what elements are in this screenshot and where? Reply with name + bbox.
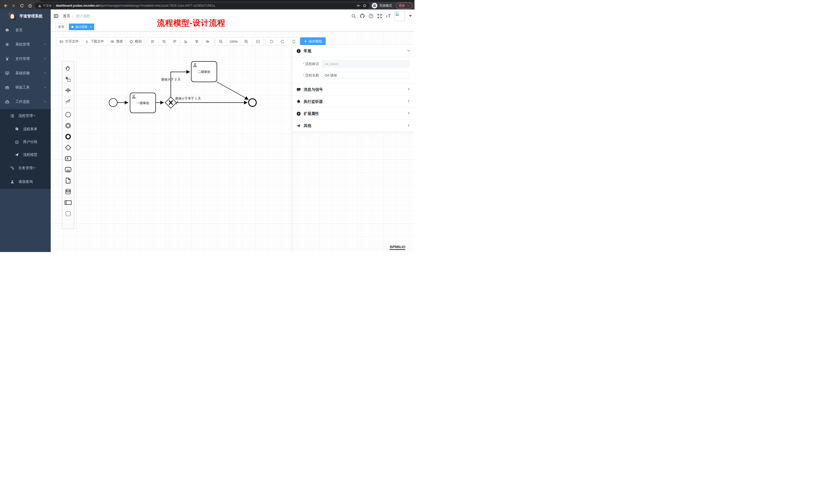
section-message-signal[interactable]: 消息与信号: [292, 84, 414, 96]
user-task-level2[interactable]: 二级审批: [191, 62, 217, 82]
url-text[interactable]: dashboard.yudao.iocoder.cn/bpm/manager/m…: [56, 4, 355, 7]
chevron-right-icon: [407, 99, 410, 104]
key-icon[interactable]: [357, 4, 361, 8]
section-title: 扩展属性: [304, 111, 404, 116]
section-title: 执行监听器: [304, 99, 404, 104]
section-execution-listener[interactable]: 执行监听器: [292, 96, 414, 108]
create-subprocess[interactable]: [62, 164, 74, 175]
close-icon[interactable]: ×: [90, 25, 92, 29]
url-bar[interactable]: 不安全 dashboard.yudao.iocoder.cn/bpm/manag…: [35, 3, 370, 9]
monitor-icon: [5, 71, 9, 75]
sidebar-item-label: 请假查询: [19, 180, 33, 184]
section-title: 消息与信号: [304, 87, 404, 92]
gear-icon: [5, 42, 9, 46]
breadcrumb-home[interactable]: 首页: [63, 14, 70, 18]
create-data-object[interactable]: [62, 175, 74, 186]
sidebar-item-infra[interactable]: 基础设施: [0, 66, 51, 80]
sidebar-fold-icon[interactable]: [51, 9, 61, 23]
browser-update-button[interactable]: 更新 ⋮: [396, 3, 412, 9]
required-mark: *: [303, 73, 304, 77]
user-avatar[interactable]: [395, 11, 405, 21]
sidebar-item-process-model[interactable]: 流程模型: [0, 148, 51, 161]
sidebar-item-devtools[interactable]: 研发工具: [0, 80, 51, 95]
home-icon[interactable]: [27, 3, 33, 9]
search-icon[interactable]: [351, 13, 356, 19]
tag-design-process[interactable]: 设计流程 ×: [69, 24, 94, 30]
chevron-down-icon: [43, 71, 46, 75]
process-name-input[interactable]: [322, 72, 409, 79]
chevron-right-icon: [407, 87, 410, 92]
avatar: [9, 13, 16, 20]
sidebar-item-payment[interactable]: 支付管理: [0, 52, 51, 66]
start-event[interactable]: [109, 99, 117, 107]
user-task-level1[interactable]: 一级审批: [130, 93, 156, 113]
chevron-up-icon: [43, 100, 46, 104]
breadcrumb: 首页 / 设计流程: [63, 14, 90, 18]
edge-label-gt3[interactable]: 请假大于 3 天: [161, 78, 181, 81]
annotation-text: 流程模型-设计流程: [157, 18, 225, 28]
sidebar-item-label: 任务管理: [19, 166, 33, 170]
briefcase-icon: [5, 100, 9, 104]
save-model-button[interactable]: 保存模型: [300, 37, 326, 45]
bpmn-io-watermark[interactable]: BPMN.iO: [390, 244, 405, 250]
sidebar-empty-area: [0, 189, 51, 252]
app-logo[interactable]: 芋道管理系统: [0, 9, 51, 23]
end-event[interactable]: [249, 99, 256, 107]
section-other[interactable]: 其他: [292, 120, 414, 132]
plus-icon: [304, 40, 307, 43]
sidebar-item-label: 工作流程: [15, 100, 43, 104]
tree-list-icon: [10, 114, 14, 118]
fullscreen-icon[interactable]: [377, 13, 382, 19]
bpmn-canvas[interactable]: 打开文件 下载文件 预览 模拟: [51, 32, 414, 252]
security-badge[interactable]: 不安全: [38, 4, 52, 8]
sidebar-item-user-group[interactable]: 用户分组: [0, 135, 51, 148]
button-label: 保存模型: [309, 39, 322, 44]
browser-active-tab[interactable]: [0, 0, 41, 2]
edge-label-le1[interactable]: 请假小于等于 1 天: [175, 97, 201, 100]
chevron-down-icon: [407, 49, 410, 53]
github-icon[interactable]: [360, 13, 365, 19]
section-general[interactable]: 常规: [292, 45, 414, 57]
tag-label: 首页: [58, 25, 64, 29]
url-host: dashboard.yudao.iocoder.cn: [56, 4, 99, 7]
active-dot: [71, 26, 73, 28]
sidebar-item-label: 流程管理: [19, 114, 33, 118]
process-key-label: *流程标识: [296, 62, 322, 66]
reload-icon[interactable]: [19, 3, 25, 9]
sidebar-item-home[interactable]: 首页: [0, 23, 51, 37]
toolbox-icon: [5, 85, 9, 89]
avatar-caret-icon[interactable]: [409, 15, 412, 17]
section-extended-attributes[interactable]: 扩展属性: [292, 108, 414, 120]
sidebar-item-leave-query[interactable]: 请假查询: [0, 175, 51, 189]
sidebar-item-system[interactable]: 系统管理: [0, 37, 51, 52]
app-frame: 芋道管理系统 首页 系统管理 支付管理 基础设施: [0, 9, 414, 252]
forward-icon[interactable]: [10, 3, 17, 9]
back-icon[interactable]: [2, 3, 9, 9]
create-data-store[interactable]: [62, 186, 74, 197]
chevron-up-icon: [33, 114, 36, 118]
sidebar-item-task-mgmt[interactable]: 任务管理: [0, 161, 51, 175]
help-icon[interactable]: [368, 13, 373, 19]
flow-gateway-to-task2[interactable]: [171, 72, 190, 97]
message-icon: [296, 87, 301, 92]
browser-tab-strip: [0, 0, 414, 2]
send-icon: [296, 124, 301, 128]
yen-icon: [5, 57, 9, 61]
chevron-right-icon: [407, 111, 410, 116]
incognito-badge: 无痕模式: [371, 3, 395, 8]
flow-task2-to-end[interactable]: [217, 82, 248, 100]
url-path: /bpm/manager/model/design?modelId=e4a1a1…: [99, 4, 215, 7]
font-size-icon[interactable]: [386, 13, 391, 19]
create-group[interactable]: [62, 208, 74, 219]
browser-menu-icon[interactable]: ⋮: [406, 4, 410, 8]
create-participant[interactable]: [62, 197, 74, 208]
chevron-down-icon: [43, 57, 46, 61]
process-key-input[interactable]: [322, 61, 409, 67]
tag-home[interactable]: 首页: [56, 24, 67, 30]
sidebar-item-process-mgmt[interactable]: 流程管理: [0, 109, 51, 123]
bookmark-star-icon[interactable]: [363, 4, 367, 8]
sidebar-item-workflow[interactable]: 工作流程: [0, 95, 51, 109]
dashboard-icon: [5, 28, 9, 32]
sidebar-item-process-form[interactable]: 流程表单: [0, 123, 51, 135]
task-label: 一级审批: [137, 101, 149, 105]
